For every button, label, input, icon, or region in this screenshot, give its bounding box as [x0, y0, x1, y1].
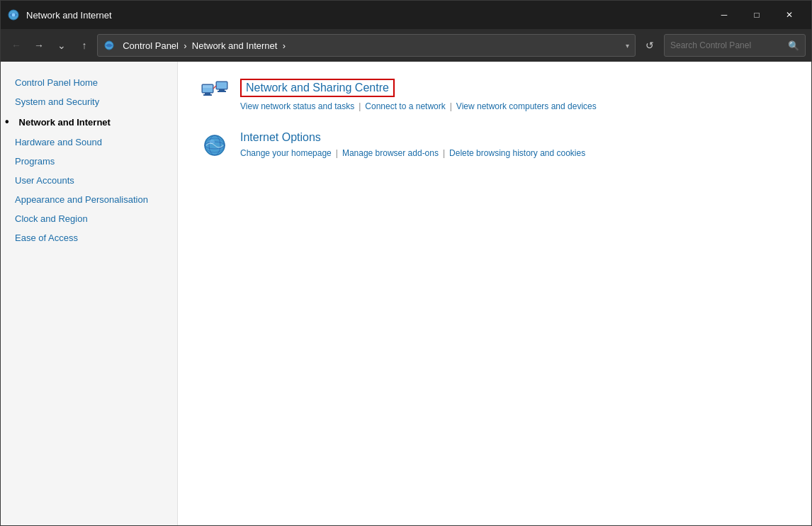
- view-network-computers-link[interactable]: View network computers and devices: [456, 101, 597, 111]
- change-homepage-link[interactable]: Change your homepage: [240, 148, 332, 158]
- up-button[interactable]: ↑: [74, 35, 94, 55]
- refresh-button[interactable]: ↺: [638, 34, 661, 57]
- network-sharing-body: Network and Sharing Centre View network …: [240, 79, 789, 111]
- network-sharing-links: View network status and tasks | Connect …: [240, 101, 789, 111]
- down-button[interactable]: ⌄: [52, 35, 72, 55]
- nav-bar: ← → ⌄ ↑ Control Panel › Network and Inte…: [1, 29, 811, 62]
- network-sharing-title[interactable]: Network and Sharing Centre: [240, 79, 395, 97]
- separator-3: |: [336, 148, 338, 158]
- svg-line-12: [213, 86, 216, 89]
- sidebar-item-appearance[interactable]: Appearance and Personalisation: [1, 190, 177, 209]
- main-content: Network and Sharing Centre View network …: [178, 62, 811, 525]
- forward-button[interactable]: →: [29, 35, 49, 55]
- sidebar-item-network-and-internet[interactable]: Network and Internet: [1, 111, 177, 133]
- manage-browser-addons-link[interactable]: Manage browser add-ons: [342, 148, 439, 158]
- address-bar[interactable]: Control Panel › Network and Internet › ▾: [97, 34, 636, 57]
- window-title: Network and Internet: [26, 10, 708, 21]
- network-sharing-section: Network and Sharing Centre View network …: [201, 79, 789, 111]
- address-text: Control Panel › Network and Internet ›: [118, 40, 623, 51]
- title-bar: Network and Internet ─ □ ✕: [1, 1, 811, 29]
- internet-options-section: Internet Options Change your homepage | …: [201, 131, 789, 160]
- separator-2: |: [450, 101, 452, 111]
- sidebar-item-programs[interactable]: Programs: [1, 152, 177, 171]
- delete-browsing-history-link[interactable]: Delete browsing history and cookies: [449, 148, 585, 158]
- connect-to-network-link[interactable]: Connect to a network: [365, 101, 445, 111]
- sidebar-item-system-and-security[interactable]: System and Security: [1, 92, 177, 111]
- svg-rect-9: [219, 89, 225, 91]
- svg-point-1: [12, 13, 16, 17]
- sidebar-item-clock-and-region[interactable]: Clock and Region: [1, 209, 177, 228]
- main-window: Network and Internet ─ □ ✕ ← → ⌄ ↑ Contr…: [0, 0, 812, 526]
- content-area: Control Panel Home System and Security N…: [1, 62, 811, 525]
- back-button[interactable]: ←: [6, 35, 26, 55]
- search-icon: 🔍: [788, 40, 799, 51]
- sidebar: Control Panel Home System and Security N…: [1, 62, 178, 525]
- sidebar-item-control-panel-home[interactable]: Control Panel Home: [1, 73, 177, 92]
- search-bar[interactable]: 🔍: [664, 34, 806, 57]
- address-dropdown-icon: ▾: [626, 42, 629, 50]
- sidebar-item-user-accounts[interactable]: User Accounts: [1, 171, 177, 190]
- minimize-button[interactable]: ─: [708, 4, 740, 26]
- svg-rect-4: [205, 93, 210, 94]
- svg-rect-7: [203, 85, 213, 88]
- sidebar-item-ease-of-access[interactable]: Ease of Access: [1, 228, 177, 247]
- svg-rect-5: [203, 94, 212, 96]
- separator-4: |: [443, 148, 445, 158]
- search-input[interactable]: [670, 40, 784, 50]
- svg-rect-11: [217, 82, 227, 89]
- close-button[interactable]: ✕: [773, 4, 806, 26]
- svg-rect-10: [218, 91, 226, 92]
- window-icon: [6, 8, 21, 22]
- internet-options-icon: [201, 131, 229, 160]
- window-controls: ─ □ ✕: [708, 4, 806, 26]
- internet-options-body: Internet Options Change your homepage | …: [240, 131, 789, 158]
- separator-1: |: [359, 101, 361, 111]
- sidebar-item-hardware-and-sound[interactable]: Hardware and Sound: [1, 133, 177, 152]
- internet-options-title[interactable]: Internet Options: [240, 131, 321, 144]
- maximize-button[interactable]: □: [740, 4, 773, 26]
- view-network-status-link[interactable]: View network status and tasks: [240, 101, 354, 111]
- internet-options-links: Change your homepage | Manage browser ad…: [240, 148, 789, 158]
- network-sharing-icon: [201, 79, 229, 107]
